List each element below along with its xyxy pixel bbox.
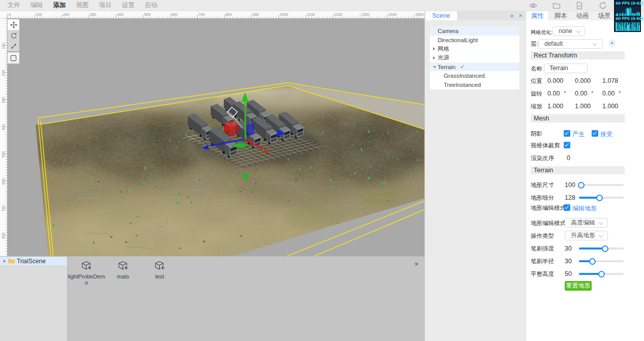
rotation-x[interactable]: 0.00 [547,90,560,97]
scale-y[interactable]: 1.000 [575,103,591,110]
asset-items: lightProbeDemomatstest [68,260,178,286]
scale-icon [10,43,17,50]
tab-script[interactable]: 脚本 [550,11,571,20]
scale-tool-button[interactable] [8,41,19,51]
mesh-optimize-value: none [559,27,572,35]
slider-track[interactable] [579,184,624,186]
scene-node-网格[interactable]: 网格 [430,44,519,53]
menu-item-2[interactable]: 编辑 [30,1,43,10]
position-z[interactable]: 1.078 [602,77,618,84]
position-y[interactable]: 0.000 [575,77,591,84]
assets-folder-row[interactable]: TrialScene [0,257,67,265]
svg-text:500: 500 [144,12,151,17]
slider-track[interactable] [579,273,624,275]
menu-item-5[interactable]: 项目 [99,1,112,10]
open-folder-icon[interactable] [553,2,561,10]
layer-select[interactable]: default [538,39,603,49]
menu-item-1[interactable]: 文件 [7,1,20,10]
tab-properties[interactable]: 属性 [527,11,548,20]
mesh-optimize-select[interactable]: none [553,26,585,36]
refresh-icon[interactable] [599,2,607,10]
shadow-cast-checkbox[interactable] [564,130,570,137]
scene-node-TreeInstanced[interactable]: TreeInstanced [430,80,519,89]
tab-scene[interactable]: Scene [425,11,457,20]
svg-text:800: 800 [1,232,6,239]
op-type-select[interactable]: 升高地形 [565,231,608,240]
asset-item-mats[interactable]: mats [105,260,141,286]
scale-x[interactable]: 1.000 [547,103,563,110]
svg-text:600: 600 [171,12,178,17]
asset-item-label: test [140,273,179,280]
scene-node-光源[interactable]: 光源 [430,53,519,63]
save-file-icon[interactable] [575,2,584,10]
slider-track[interactable] [579,247,624,250]
expand-arrow-icon[interactable] [433,66,436,68]
fps-label-logic: 60 FPS (0-60) [616,16,640,21]
name-input[interactable]: Terrain [544,64,588,73]
render-order-value[interactable]: 0 [567,154,570,162]
scale-z[interactable]: 1.000 [602,103,618,110]
rect-tool-button[interactable] [8,52,19,64]
collapse-arrow-icon[interactable] [433,56,435,59]
position-x[interactable]: 0.000 [547,77,563,84]
menu-item-6[interactable]: 设置 [121,1,135,10]
slider-handle[interactable] [596,195,603,201]
ruler-corner [0,11,7,18]
cube-icon [117,261,129,272]
slider-track[interactable] [579,197,624,199]
slider-handle[interactable] [578,182,585,189]
svg-text:0: 0 [9,12,11,17]
mesh-optimize-label: 网格优化: [531,29,553,36]
viewport-3d[interactable] [7,18,424,256]
visibility-icon[interactable] [529,2,537,10]
edit-mode-select[interactable]: 高度编辑 [565,218,608,228]
scene-node-DirectionalLight[interactable]: DirectionalLight [430,36,519,45]
svg-text:400: 400 [1,124,6,131]
rotation-z[interactable]: 0.00 [602,90,615,97]
transform-toolbar [8,19,19,51]
slider-track[interactable] [579,260,624,262]
transform-gear-icon[interactable] [569,52,575,58]
ruler-vertical: 100200300400500600700800 [0,18,7,256]
edit-terrain-checkbox[interactable] [564,204,570,211]
svg-text:200: 200 [63,12,70,17]
svg-text:1100: 1100 [307,12,315,17]
fps-histogram-logic [616,21,640,31]
render-order-label: 渲染次序 [531,154,554,162]
edit-terrain-label: 编辑地形 [572,204,597,213]
move-tool-button[interactable] [8,19,19,30]
reset-terrain-button[interactable]: 重置地形 [565,281,592,291]
slider-value: 100 [565,181,575,189]
scene-node-Terrain[interactable]: Terrain✓ [430,63,519,72]
tab-scene[interactable]: 场景 [594,11,615,20]
rotation-y[interactable]: 0.00 [575,90,587,97]
collapse-arrow-icon[interactable] [433,47,435,50]
layer-gear-icon[interactable] [609,40,615,46]
collapse-arrow-icon[interactable] [4,260,6,263]
shadow-receive-checkbox[interactable] [592,130,598,137]
add-node-icon[interactable]: + [508,12,515,20]
rotate-tool-button[interactable] [8,30,19,41]
inspector-panel: 属性脚本动画场景 网格优化: none 层: default Rect Tran… [526,11,644,341]
section-mesh: Mesh [531,114,625,122]
scene-node-GrassInstanced[interactable]: GrassInstanced [430,71,519,80]
frustum-checkbox[interactable] [564,142,570,148]
slider-handle[interactable] [589,258,596,265]
position-label: 位置 [531,77,542,85]
menu-item-7[interactable]: 启动 [144,1,158,10]
assets-close-icon[interactable]: × [414,261,418,267]
rotation-label: 旋转 [531,90,542,98]
hierarchy-close-icon[interactable]: × [517,12,524,19]
slider-handle[interactable] [598,271,605,277]
menu-item-3[interactable]: 添加 [53,1,66,10]
editor-window: 文件编辑添加视图项目设置启动 60 FPS (0-62) 60 FPS (0-6… [0,0,644,341]
menu-item-4[interactable]: 视图 [76,1,89,10]
scene-node-Camera[interactable]: Camera [430,26,519,36]
tab-animation[interactable]: 动画 [572,11,593,20]
asset-item-test[interactable]: test [141,260,178,286]
slider-label: 地形细分 [531,194,554,202]
asset-item-lightProbeDemo[interactable]: lightProbeDemo [68,260,105,286]
scene-render [7,18,424,256]
slider-handle[interactable] [602,245,608,252]
scene-node-label: 网格 [438,45,449,53]
